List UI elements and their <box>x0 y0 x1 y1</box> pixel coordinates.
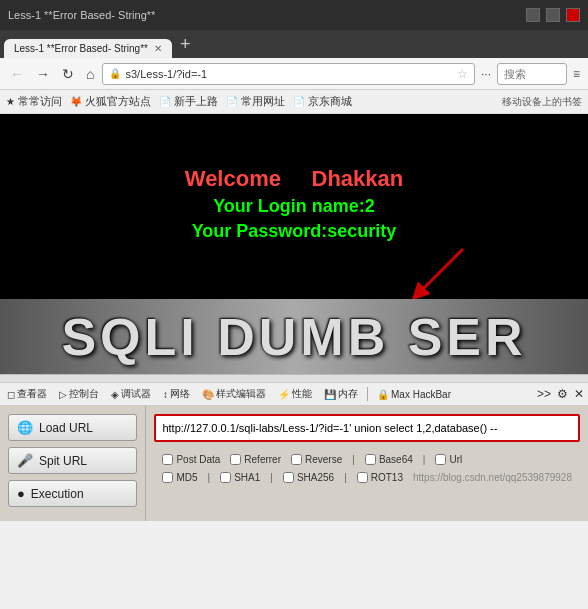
referrer-checkbox[interactable] <box>230 454 241 465</box>
network-label: 网络 <box>170 387 190 401</box>
options-row1: Post Data Referrer Reverse | Base64 | <box>154 452 580 467</box>
console-label: 控制台 <box>69 387 99 401</box>
browser-tab[interactable]: Less-1 **Error Based- String** ✕ <box>4 39 172 58</box>
sha1-checkbox[interactable] <box>220 472 231 483</box>
md5-checkbox[interactable] <box>162 472 173 483</box>
bookmark-label: 火狐官方站点 <box>85 94 151 109</box>
address-bar[interactable]: 🔒 s3/Less-1/?id=-1 ☆ <box>102 63 475 85</box>
minimize-button[interactable] <box>526 8 540 22</box>
hackbar-url-area: Post Data Referrer Reverse | Base64 | <box>146 406 588 521</box>
home-button[interactable]: ⌂ <box>82 64 98 84</box>
execution-label: Execution <box>31 487 84 501</box>
memory-label: 内存 <box>338 387 358 401</box>
execution-icon: ● <box>17 486 25 501</box>
ellipsis-button[interactable]: ··· <box>479 65 493 83</box>
bookmark-item[interactable]: ★ 常常访问 <box>6 94 62 109</box>
console-icon: ▷ <box>59 389 67 400</box>
browser-content: Welcome Dhakkan Your Login name:2 Your P… <box>0 114 588 374</box>
star-icon[interactable]: ☆ <box>457 67 468 81</box>
load-url-label: Load URL <box>39 421 93 435</box>
spit-url-button[interactable]: 🎤 Spit URL <box>8 447 137 474</box>
pipe-4: | <box>270 472 273 483</box>
viewer-label: 查看器 <box>17 387 47 401</box>
title-bar: Less-1 **Error Based- String** <box>0 0 588 30</box>
url-display: s3/Less-1/?id=-1 <box>125 68 453 80</box>
perf-label: 性能 <box>292 387 312 401</box>
rot13-checkbox[interactable] <box>357 472 368 483</box>
reverse-label: Reverse <box>305 454 342 465</box>
lock-icon: 🔒 <box>109 68 121 79</box>
md5-option[interactable]: MD5 <box>162 472 197 483</box>
tab-label: Less-1 **Error Based- String** <box>14 43 148 54</box>
toolbar-item-hackbar[interactable]: 🔒 Max HackBar <box>374 388 454 401</box>
welcome-label: Welcome <box>185 166 281 191</box>
reverse-checkbox[interactable] <box>291 454 302 465</box>
referrer-label: Referrer <box>244 454 281 465</box>
pipe-3: | <box>208 472 211 483</box>
toolbar-item-network[interactable]: ↕ 网络 <box>160 386 193 402</box>
arrow-svg <box>408 244 468 304</box>
mobile-bookmarks: 移动设备上的书签 <box>502 95 582 109</box>
toolbar-close[interactable]: ✕ <box>574 387 584 401</box>
load-url-button[interactable]: 🌐 Load URL <box>8 414 137 441</box>
sha1-label: SHA1 <box>234 472 260 483</box>
close-button[interactable] <box>566 8 580 22</box>
sha256-checkbox[interactable] <box>283 472 294 483</box>
bookmark-icon: ★ <box>6 96 15 107</box>
bookmark-item-common[interactable]: 📄 常用网址 <box>226 94 285 109</box>
memory-icon: 💾 <box>324 389 336 400</box>
url-checkbox[interactable] <box>435 454 446 465</box>
debugger-label: 调试器 <box>121 387 151 401</box>
toolbar-item-memory[interactable]: 💾 内存 <box>321 386 361 402</box>
hackbar-url-input[interactable] <box>154 414 580 442</box>
bookmark-item-firefox[interactable]: 🦊 火狐官方站点 <box>70 94 151 109</box>
post-data-label: Post Data <box>176 454 220 465</box>
toolbar-overflow[interactable]: >> <box>537 387 551 401</box>
tab-close-icon[interactable]: ✕ <box>154 43 162 54</box>
url-option[interactable]: Url <box>435 454 462 465</box>
forward-button[interactable]: → <box>32 64 54 84</box>
style-icon: 🎨 <box>202 389 214 400</box>
toolbar-item-perf[interactable]: ⚡ 性能 <box>275 386 315 402</box>
toolbar-settings[interactable]: ⚙ <box>557 387 568 401</box>
watermark-text: https://blog.csdn.net/qq2539879928 <box>413 472 572 483</box>
execution-button[interactable]: ● Execution <box>8 480 137 507</box>
welcome-line: Welcome Dhakkan <box>185 166 403 192</box>
toolbar-separator <box>367 387 368 401</box>
toolbar-item-style[interactable]: 🎨 样式编辑器 <box>199 386 269 402</box>
rot13-option[interactable]: ROT13 <box>357 472 403 483</box>
username-highlight: Dhakkan <box>312 166 404 191</box>
bookmark-item-newbie[interactable]: 📄 新手上路 <box>159 94 218 109</box>
back-button[interactable]: ← <box>6 64 28 84</box>
spit-url-label: Spit URL <box>39 454 87 468</box>
search-input[interactable] <box>497 63 567 85</box>
referrer-option[interactable]: Referrer <box>230 454 281 465</box>
load-url-icon: 🌐 <box>17 420 33 435</box>
sqli-banner-text: SQLI DUMB SER <box>61 307 526 367</box>
doc-icon-3: 📄 <box>293 96 305 107</box>
lock-hackbar-icon: 🔒 <box>377 389 389 400</box>
post-data-option[interactable]: Post Data <box>162 454 220 465</box>
pipe-2: | <box>423 454 426 465</box>
hackbar-main: 🌐 Load URL 🎤 Spit URL ● Execution Post D… <box>0 406 588 521</box>
bookmarks-bar: ★ 常常访问 🦊 火狐官方站点 📄 新手上路 📄 常用网址 📄 京东商城 移动设… <box>0 90 588 114</box>
bookmark-item-jd[interactable]: 📄 京东商城 <box>293 94 352 109</box>
sha256-option[interactable]: SHA256 <box>283 472 334 483</box>
base64-checkbox[interactable] <box>365 454 376 465</box>
new-tab-button[interactable]: + <box>172 34 199 55</box>
spit-url-icon: 🎤 <box>17 453 33 468</box>
reverse-option[interactable]: Reverse <box>291 454 342 465</box>
refresh-button[interactable]: ↻ <box>58 64 78 84</box>
maximize-button[interactable] <box>546 8 560 22</box>
menu-button[interactable]: ≡ <box>571 65 582 83</box>
toolbar-item-console[interactable]: ▷ 控制台 <box>56 386 102 402</box>
post-data-checkbox[interactable] <box>162 454 173 465</box>
toolbar-item-debugger[interactable]: ◈ 调试器 <box>108 386 154 402</box>
toolbar-item-viewer[interactable]: ◻ 查看器 <box>4 386 50 402</box>
sha256-label: SHA256 <box>297 472 334 483</box>
svg-line-1 <box>418 249 463 294</box>
nav-bar: ← → ↻ ⌂ 🔒 s3/Less-1/?id=-1 ☆ ··· ≡ <box>0 58 588 90</box>
base64-option[interactable]: Base64 <box>365 454 413 465</box>
sha1-option[interactable]: SHA1 <box>220 472 260 483</box>
scroll-area[interactable] <box>0 374 588 382</box>
